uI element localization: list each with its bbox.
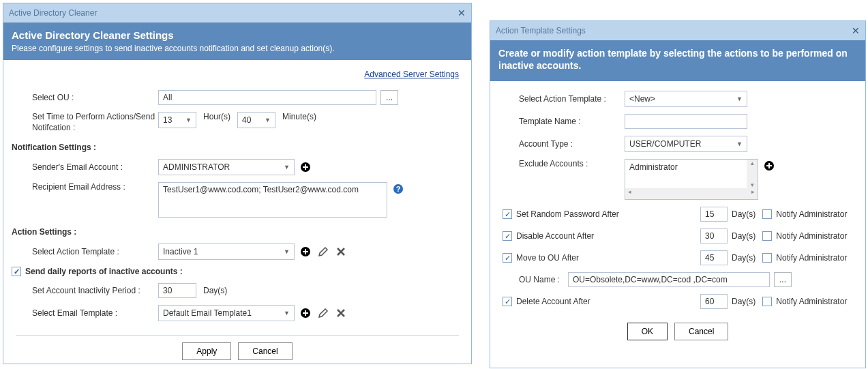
browse-ou-button-2[interactable]: ... (774, 272, 792, 287)
days-unit-2: Day(s) (732, 231, 755, 241)
dialog2-titlebar: Action Template Settings ✕ (490, 21, 865, 40)
random-password-label: Set Random Password After (516, 209, 700, 219)
sender-email-label: Sender's Email Account : (32, 162, 158, 172)
dialog2-title: Action Template Settings (496, 26, 586, 35)
days-unit-3: Day(s) (732, 253, 755, 263)
exclude-accounts-list[interactable]: Administrator ▴▾ ◂▸ (625, 159, 758, 200)
sender-email-select[interactable]: ADMINISTRATOR▼ (158, 159, 295, 175)
dialog2-header: Create or modify action template by sele… (490, 40, 865, 81)
account-type-label: Account Type : (519, 139, 625, 149)
cancel-button[interactable]: Cancel (238, 342, 292, 360)
send-daily-reports-label: Send daily reports of inactive accounts … (25, 267, 183, 276)
hours-unit: Hour(s) (203, 112, 230, 121)
random-password-days-input[interactable] (700, 207, 728, 222)
move-ou-checkbox[interactable] (503, 253, 512, 263)
move-ou-days-input[interactable] (700, 250, 728, 265)
select-action-template-label: Select Action Template : (32, 247, 158, 256)
minutes-unit: Minute(s) (282, 112, 316, 121)
account-type-select[interactable]: USER/COMPUTER▼ (625, 136, 747, 152)
scroll-right-icon[interactable]: ▸ (749, 188, 758, 199)
ou-name-label: OU Name : (519, 275, 568, 284)
set-time-label: Set Time to Perform Actions/Send Notifca… (32, 112, 158, 133)
close-icon[interactable]: ✕ (458, 8, 466, 18)
delete-account-checkbox[interactable] (503, 297, 512, 306)
dialog1-header-title: Active Directory Cleaner Settings (12, 29, 463, 41)
notification-settings-title: Notification Settings : (12, 143, 459, 152)
add-exclude-icon[interactable] (762, 159, 776, 173)
notify-admin-label-3: Notify Administrator (776, 253, 847, 263)
template-name-label: Template Name : (519, 117, 625, 126)
dialog1-header: Active Directory Cleaner Settings Please… (3, 23, 471, 60)
template-name-input[interactable] (625, 114, 747, 129)
cancel-button-2[interactable]: Cancel (674, 323, 728, 340)
dialog1-header-sub: Please configure settings to send inacti… (12, 44, 463, 53)
exclude-accounts-label: Exclude Accounts : (519, 159, 625, 168)
add-email-template-icon[interactable] (299, 306, 312, 320)
dialog1-title: Active Directory Cleaner (9, 8, 97, 18)
email-template-label: Select Email Template : (32, 308, 158, 318)
random-password-checkbox[interactable] (503, 209, 512, 219)
action-template-settings-dialog: Action Template Settings ✕ Create or mod… (490, 20, 866, 368)
scroll-down-icon[interactable]: ▾ (747, 181, 758, 188)
delete-email-template-icon[interactable] (334, 306, 348, 320)
notify-admin-checkbox-1[interactable] (762, 209, 772, 219)
close-icon[interactable]: ✕ (852, 25, 860, 36)
recipient-email-label: Recipient Email Address : (32, 182, 158, 192)
add-sender-icon[interactable] (299, 160, 312, 174)
active-directory-cleaner-dialog: Active Directory Cleaner ✕ Active Direct… (3, 3, 472, 364)
notify-admin-checkbox-2[interactable] (762, 231, 772, 241)
inactivity-period-label: Set Account Inactivity Period : (32, 286, 158, 295)
move-ou-label: Move to OU After (516, 253, 700, 263)
action-settings-title: Action Settings : (12, 227, 459, 237)
send-daily-reports-checkbox[interactable] (12, 267, 21, 276)
dialog1-titlebar: Active Directory Cleaner ✕ (3, 3, 471, 23)
ou-name-input[interactable] (568, 272, 770, 287)
inactivity-period-input[interactable] (158, 283, 196, 298)
hours-select[interactable]: 13▼ (158, 112, 196, 128)
scroll-up-icon[interactable]: ▴ (747, 160, 758, 166)
edit-template-icon[interactable] (316, 245, 330, 259)
minutes-select[interactable]: 40▼ (237, 112, 275, 128)
apply-button[interactable]: Apply (182, 342, 231, 360)
recipient-email-textarea[interactable]: TestUser1@www.cod.com; TestUser2@www.cod… (158, 182, 387, 218)
disable-account-label: Disable Account After (516, 231, 700, 241)
notify-admin-label-4: Notify Administrator (776, 297, 847, 306)
notify-admin-label-2: Notify Administrator (776, 231, 847, 241)
browse-ou-button[interactable]: ... (380, 90, 398, 105)
scroll-left-icon[interactable]: ◂ (625, 188, 634, 199)
select-action-template-label-2: Select Action Template : (519, 94, 625, 104)
edit-email-template-icon[interactable] (316, 306, 330, 320)
help-icon[interactable]: ? (391, 182, 405, 196)
disable-account-days-input[interactable] (700, 228, 728, 243)
disable-account-checkbox[interactable] (503, 231, 512, 241)
notify-admin-label-1: Notify Administrator (776, 209, 847, 219)
delete-account-label: Delete Account After (516, 297, 700, 306)
delete-template-icon[interactable] (334, 245, 348, 259)
action-template-select[interactable]: Inactive 1▼ (158, 243, 295, 260)
email-template-select[interactable]: Default Email Template1▼ (158, 305, 295, 321)
notify-admin-checkbox-4[interactable] (762, 297, 772, 306)
delete-account-days-input[interactable] (700, 294, 728, 309)
select-ou-label: Select OU : (32, 93, 158, 102)
select-ou-input[interactable] (158, 90, 376, 105)
add-template-icon[interactable] (299, 245, 312, 259)
action-template-select-2[interactable]: <New>▼ (625, 91, 747, 107)
dialog2-header-title: Create or modify action template by sele… (498, 47, 857, 72)
ok-button[interactable]: OK (627, 323, 668, 340)
advanced-server-settings-link[interactable]: Advanced Server Settings (364, 70, 459, 79)
inactivity-unit: Day(s) (203, 286, 227, 295)
notify-admin-checkbox-3[interactable] (762, 253, 772, 263)
svg-text:?: ? (396, 185, 401, 193)
days-unit-4: Day(s) (732, 297, 755, 306)
days-unit: Day(s) (732, 209, 755, 219)
